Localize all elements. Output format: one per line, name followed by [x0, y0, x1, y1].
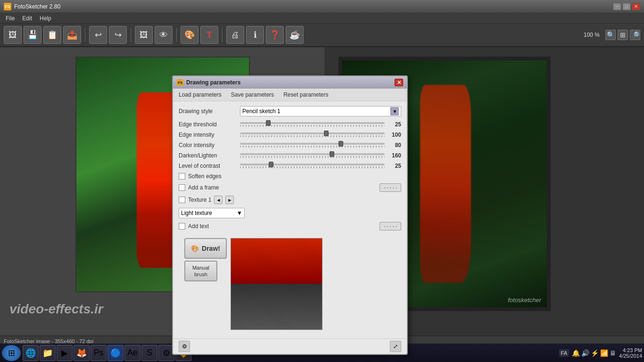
- darken-lighten-row: Darken/Lighten 160: [179, 152, 401, 159]
- save-params-menu[interactable]: Save parameters: [229, 90, 276, 99]
- dialog-close-button[interactable]: ✕: [395, 79, 403, 86]
- app-icon: FS: [4, 3, 11, 10]
- view-button[interactable]: 👁: [155, 26, 173, 44]
- zoom-out-button[interactable]: 🔎: [630, 30, 640, 40]
- add-text-label: Add text: [188, 223, 209, 230]
- separator-2: [131, 28, 131, 42]
- separator-1: [85, 28, 85, 42]
- tea-button[interactable]: ☕: [286, 26, 304, 44]
- color-intensity-value: 80: [385, 142, 401, 148]
- load-params-menu[interactable]: Load parameters: [177, 90, 223, 99]
- manual-brush-button[interactable]: Manual brush: [184, 261, 217, 281]
- clock-date: 4/25/2014: [619, 353, 642, 359]
- color-intensity-label: Color intensity: [179, 142, 240, 148]
- texture-value: Light texture: [181, 210, 212, 216]
- undo-button[interactable]: ↩: [89, 26, 107, 44]
- menu-help[interactable]: Help: [36, 14, 55, 23]
- soften-edges-label: Soften edges: [188, 173, 222, 180]
- taskbar-firefox[interactable]: 🦊: [74, 345, 90, 361]
- add-frame-checkbox[interactable]: [179, 184, 185, 191]
- footer-expand-icon[interactable]: ⤢: [390, 341, 401, 352]
- texture-dropdown-arrow: ▼: [237, 210, 242, 216]
- texture-dropdown[interactable]: Light texture ▼: [179, 208, 245, 218]
- print-button[interactable]: 🖨: [226, 26, 244, 44]
- text-button[interactable]: T: [200, 26, 218, 44]
- tray-icon-1[interactable]: 🔔: [572, 349, 580, 357]
- manual-brush-label: Manual brush: [185, 264, 216, 278]
- taskbar-ae[interactable]: Ae: [124, 345, 140, 361]
- add-frame-label: Add a frame: [188, 184, 219, 191]
- clock-time: 4:23 PM: [619, 347, 642, 353]
- new-button[interactable]: 🖼: [4, 26, 22, 44]
- reset-params-menu[interactable]: Reset parameters: [281, 90, 330, 99]
- tray-icon-3[interactable]: ⚡: [591, 349, 599, 357]
- zoom-fit-button[interactable]: ⊞: [618, 30, 628, 40]
- edge-intensity-slider-area: [240, 132, 385, 137]
- taskbar-photoshop[interactable]: Ps: [91, 345, 107, 361]
- level-contrast-dots: [240, 166, 385, 168]
- taskbar-skype[interactable]: S: [141, 345, 157, 361]
- tray-icon-4[interactable]: 📶: [600, 349, 608, 357]
- edge-intensity-thumb[interactable]: [324, 131, 329, 136]
- palette-button[interactable]: 🎨: [181, 26, 198, 44]
- menu-edit[interactable]: Edit: [18, 14, 36, 23]
- maximize-button[interactable]: □: [622, 3, 631, 10]
- edge-threshold-slider-area: [240, 122, 385, 127]
- drawing-style-row: Drawing style Pencil sketch 1 ▼: [179, 106, 401, 116]
- taskbar-chrome[interactable]: 🔵: [107, 345, 124, 361]
- text-settings-button[interactable]: · · · · ·: [380, 222, 401, 230]
- start-button[interactable]: ⊞: [2, 345, 21, 361]
- window-controls: ─ □ ✕: [613, 3, 640, 10]
- texture-dropdown-row: Light texture ▼: [179, 208, 401, 218]
- add-frame-row: Add a frame · · · · ·: [179, 183, 401, 192]
- minimize-button[interactable]: ─: [613, 3, 621, 10]
- dialog-icon: FS: [177, 79, 183, 86]
- edge-intensity-value: 100: [385, 132, 401, 138]
- copy-button[interactable]: 📋: [43, 26, 61, 44]
- darken-lighten-thumb[interactable]: [330, 151, 334, 157]
- drawing-parameters-dialog: FS Drawing parameters ✕ Load parameters …: [172, 75, 408, 355]
- info-button[interactable]: ℹ: [246, 26, 264, 44]
- edge-intensity-dots: [240, 135, 385, 137]
- taskbar-media[interactable]: ▶: [57, 345, 73, 361]
- export-button[interactable]: 📤: [63, 26, 81, 44]
- footer-settings-icon[interactable]: ⚙: [179, 341, 190, 352]
- add-text-row: Add text · · · · ·: [179, 222, 401, 230]
- drawing-style-value: Pencil sketch 1: [242, 108, 281, 115]
- drawing-style-label: Drawing style: [179, 108, 240, 115]
- soften-edges-checkbox[interactable]: [179, 173, 185, 180]
- level-contrast-track: [240, 164, 385, 165]
- zoom-in-button[interactable]: 🔍: [605, 30, 616, 40]
- close-button[interactable]: ✕: [632, 3, 640, 10]
- draw-icon: 🎨: [191, 245, 199, 252]
- texture-next-button[interactable]: ►: [225, 196, 234, 204]
- dialog-footer: ⚙ ⤢: [173, 338, 407, 354]
- texture-checkbox[interactable]: [179, 197, 185, 203]
- sketch-watermark: fotosketcher: [508, 296, 541, 304]
- edge-threshold-thumb[interactable]: [266, 120, 271, 126]
- add-text-checkbox[interactable]: [179, 223, 185, 230]
- image-button[interactable]: 🖼: [135, 26, 153, 44]
- edge-intensity-track: [240, 132, 385, 134]
- separator-4: [222, 28, 223, 42]
- taskbar-explorer[interactable]: 📁: [40, 345, 56, 361]
- menu-file[interactable]: File: [2, 14, 18, 23]
- tray-icon-2[interactable]: 🔊: [581, 349, 589, 357]
- language-indicator[interactable]: FA: [559, 349, 569, 357]
- darken-lighten-slider-area: [240, 153, 385, 158]
- level-contrast-thumb[interactable]: [269, 162, 273, 167]
- texture-prev-button[interactable]: ◄: [214, 196, 223, 204]
- color-intensity-thumb[interactable]: [339, 141, 343, 147]
- drawing-style-dropdown[interactable]: Pencil sketch 1 ▼: [240, 106, 401, 116]
- app-title: FotoSketcher 2.80: [14, 3, 613, 10]
- redo-button[interactable]: ↪: [109, 26, 127, 44]
- toolbar: 🖼 💾 📋 📤 ↩ ↪ 🖼 👁 🎨 T 🖨 ℹ ❓ ☕ 100 % 🔍 ⊞ 🔎: [0, 24, 644, 47]
- taskbar-ie[interactable]: 🌐: [23, 345, 39, 361]
- draw-button[interactable]: 🎨 Draw!: [184, 238, 227, 259]
- menubar: File Edit Help: [0, 13, 644, 24]
- frame-settings-button[interactable]: · · · · ·: [380, 183, 401, 192]
- edge-threshold-dots: [240, 125, 385, 127]
- open-button[interactable]: 💾: [24, 26, 41, 44]
- help-button[interactable]: ❓: [266, 26, 284, 44]
- tray-icon-5[interactable]: 🖥: [610, 349, 616, 357]
